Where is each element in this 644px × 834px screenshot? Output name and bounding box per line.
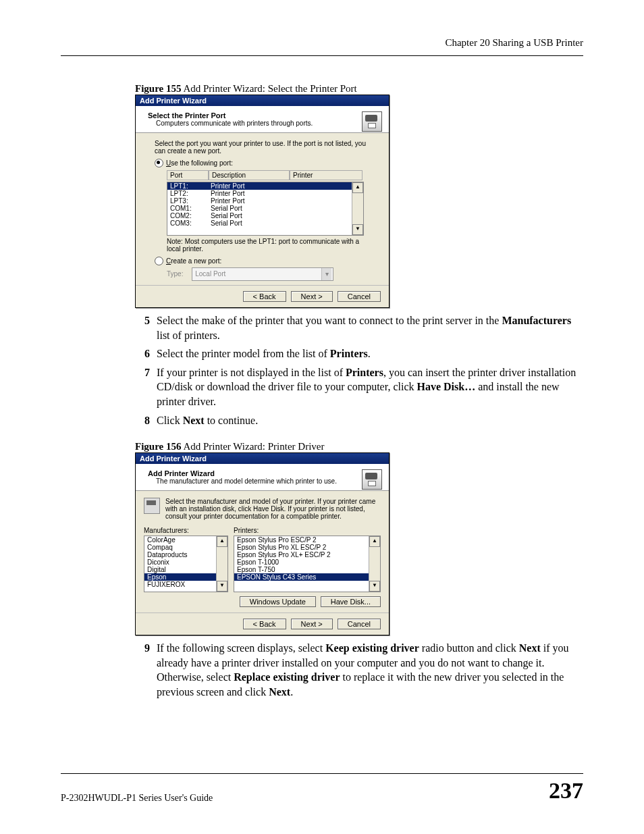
dialog-button-row: < Back Next > Cancel bbox=[136, 285, 389, 307]
scroll-down-icon[interactable]: ▼ bbox=[369, 581, 380, 592]
figure-155-number: Figure 155 bbox=[135, 83, 181, 94]
step-number: 8 bbox=[135, 413, 150, 428]
list-item-selected[interactable]: Epson bbox=[144, 573, 217, 581]
step-6: 6 Select the printer model from the list… bbox=[135, 346, 583, 361]
printers-listbox[interactable]: Epson Stylus Pro ESC/P 2 Epson Stylus Pr… bbox=[234, 536, 381, 592]
port-type-row: Type: Local Port bbox=[167, 267, 374, 281]
step-8: 8 Click Next to continue. bbox=[135, 413, 583, 428]
dialog-header: Add Printer Wizard The manufacturer and … bbox=[136, 464, 389, 491]
scrollbar[interactable]: ▲ ▼ bbox=[216, 536, 227, 592]
type-label: Type: bbox=[167, 270, 183, 278]
list-item[interactable]: Epson T-1000 bbox=[234, 558, 369, 566]
th-description[interactable]: Description bbox=[209, 170, 290, 180]
guide-title: P-2302HWUDL-P1 Series User's Guide bbox=[61, 793, 213, 804]
port-listbox[interactable]: LPT1:Printer Port LPT2:Printer Port LPT3… bbox=[167, 182, 364, 236]
list-item[interactable]: Diconix bbox=[144, 558, 217, 566]
list-item[interactable]: Digital bbox=[144, 566, 217, 573]
list-item[interactable]: Epson T-750 bbox=[234, 566, 369, 573]
dialog-header: Select the Printer Port Computers commun… bbox=[136, 106, 389, 133]
step-text: If your printer is not displayed in the … bbox=[157, 365, 583, 409]
header-rule bbox=[61, 55, 583, 56]
printer-icon bbox=[362, 111, 382, 132]
port-row-com2[interactable]: COM2:Serial Port bbox=[167, 212, 363, 219]
port-row-lpt3[interactable]: LPT3:Printer Port bbox=[167, 197, 363, 205]
printers-label: Printers: bbox=[234, 527, 381, 534]
scroll-up-icon[interactable]: ▲ bbox=[217, 536, 227, 547]
radio-icon bbox=[155, 159, 163, 167]
list-item[interactable]: ColorAge bbox=[144, 536, 217, 544]
port-row-com3[interactable]: COM3:Serial Port bbox=[167, 219, 363, 227]
scrollbar[interactable]: ▲ ▼ bbox=[369, 536, 380, 592]
create-port-radio[interactable]: Create a new port: bbox=[155, 257, 374, 265]
step-number: 9 bbox=[135, 641, 150, 699]
scroll-down-icon[interactable]: ▼ bbox=[352, 224, 363, 235]
list-item[interactable]: Compaq bbox=[144, 544, 217, 551]
scroll-down-icon[interactable]: ▼ bbox=[217, 581, 227, 592]
chapter-header: Chapter 20 Sharing a USB Printer bbox=[61, 37, 583, 49]
step-number: 6 bbox=[135, 346, 150, 361]
port-table-header: Port Description Printer bbox=[167, 170, 363, 180]
manual-page: Chapter 20 Sharing a USB Printer Figure … bbox=[0, 0, 644, 834]
figure-155-title: Add Printer Wizard: Select the Printer P… bbox=[181, 83, 356, 94]
have-disk-button[interactable]: Have Disk... bbox=[321, 596, 381, 607]
port-type-combo[interactable]: Local Port bbox=[192, 267, 333, 281]
port-row-com1[interactable]: COM1:Serial Port bbox=[167, 205, 363, 212]
manufacturers-listbox[interactable]: ColorAge Compaq Dataproducts Diconix Dig… bbox=[144, 536, 228, 592]
back-button[interactable]: < Back bbox=[243, 619, 286, 629]
info-row: Select the manufacturer and model of you… bbox=[144, 498, 381, 520]
use-port-label: UUse the following port:se the following… bbox=[166, 159, 233, 167]
next-button[interactable]: Next > bbox=[291, 619, 333, 629]
scroll-up-icon[interactable]: ▲ bbox=[369, 536, 380, 547]
step-number: 7 bbox=[135, 365, 150, 409]
th-printer[interactable]: Printer bbox=[290, 170, 363, 180]
scroll-up-icon[interactable]: ▲ bbox=[352, 182, 363, 193]
port-row-lpt2[interactable]: LPT2:Printer Port bbox=[167, 190, 363, 197]
windows-update-button[interactable]: Windows Update bbox=[240, 596, 316, 607]
info-text: Select the manufacturer and model of you… bbox=[165, 498, 381, 520]
figure-156-number: Figure 156 bbox=[135, 441, 181, 452]
cancel-button[interactable]: Cancel bbox=[338, 619, 381, 629]
step-9: 9 If the following screen displays, sele… bbox=[135, 641, 583, 699]
list-item[interactable]: Dataproducts bbox=[144, 551, 217, 558]
step-5: 5 Select the make of the printer that yo… bbox=[135, 313, 583, 342]
port-note: Note: Most computers use the LPT1: port … bbox=[167, 238, 374, 253]
printer-small-icon bbox=[144, 498, 160, 514]
manufacturers-label: Manufacturers: bbox=[144, 527, 228, 534]
page-number: 237 bbox=[549, 778, 583, 804]
create-port-label: Create a new port: bbox=[166, 257, 221, 265]
step-7: 7 If your printer is not displayed in th… bbox=[135, 365, 583, 409]
radio-icon bbox=[155, 257, 163, 265]
step-number: 5 bbox=[135, 313, 150, 342]
th-port[interactable]: Port bbox=[167, 170, 209, 180]
dialog-subheading: The manufacturer and model determine whi… bbox=[156, 477, 382, 485]
lists-row: Manufacturers: ColorAge Compaq Dataprodu… bbox=[144, 527, 381, 592]
step-text: Click Next to continue. bbox=[157, 413, 583, 428]
dialog-titlebar: Add Printer Wizard bbox=[136, 95, 389, 106]
instruction-text: Select the port you want your printer to… bbox=[155, 140, 374, 155]
step-text: If the following screen displays, select… bbox=[157, 641, 583, 699]
figure-156-caption: Figure 156 Add Printer Wizard: Printer D… bbox=[135, 441, 583, 452]
list-item[interactable]: Epson Stylus Pro XL ESC/P 2 bbox=[234, 544, 369, 551]
dialog-heading: Add Printer Wizard bbox=[148, 469, 382, 477]
list-item[interactable]: FUJIXEROX bbox=[144, 581, 217, 588]
use-port-radio[interactable]: UUse the following port:se the following… bbox=[155, 159, 374, 167]
wizard-port-dialog: Add Printer Wizard Select the Printer Po… bbox=[135, 95, 390, 308]
port-row-lpt1[interactable]: LPT1:Printer Port bbox=[167, 182, 363, 190]
printer-icon bbox=[362, 469, 382, 490]
dialog-subheading: Computers communicate with printers thro… bbox=[156, 120, 382, 127]
disk-button-row: Windows Update Have Disk... bbox=[144, 596, 381, 607]
dialog-titlebar: Add Printer Wizard bbox=[136, 453, 389, 464]
back-button[interactable]: < Back bbox=[243, 291, 286, 302]
next-button[interactable]: Next > bbox=[291, 291, 333, 302]
dialog-heading: Select the Printer Port bbox=[148, 111, 382, 120]
list-item[interactable]: Epson Stylus Pro XL+ ESC/P 2 bbox=[234, 551, 369, 558]
list-item-selected[interactable]: EPSON Stylus C43 Series bbox=[234, 573, 369, 581]
step-text: Select the printer model from the list o… bbox=[157, 346, 583, 361]
scrollbar[interactable]: ▲ ▼ bbox=[352, 182, 363, 235]
step-list: 5 Select the make of the printer that yo… bbox=[135, 313, 583, 427]
list-item[interactable]: Epson Stylus Pro ESC/P 2 bbox=[234, 536, 369, 544]
step-list-2: 9 If the following screen displays, sele… bbox=[135, 641, 583, 699]
cancel-button[interactable]: Cancel bbox=[338, 291, 381, 302]
wizard-driver-dialog: Add Printer Wizard Add Printer Wizard Th… bbox=[135, 452, 390, 635]
figure-155-caption: Figure 155 Add Printer Wizard: Select th… bbox=[135, 83, 583, 95]
